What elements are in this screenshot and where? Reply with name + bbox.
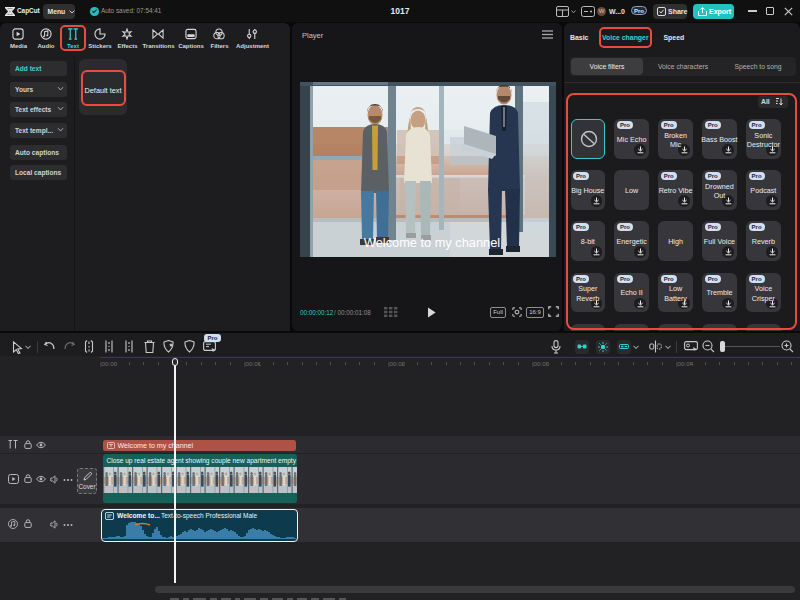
svg-text:Welcome to my channel: Welcome to my channel <box>364 235 500 250</box>
